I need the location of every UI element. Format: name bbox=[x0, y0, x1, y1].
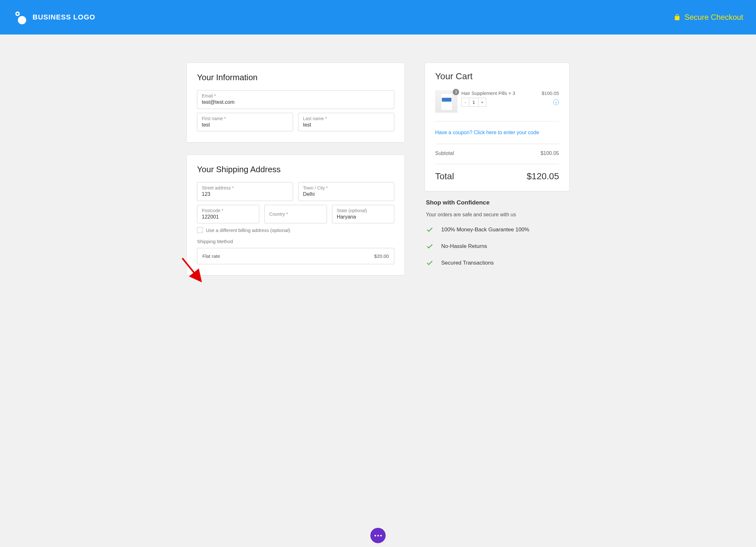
quantity-badge: 3 bbox=[453, 89, 459, 95]
logo-text: BUSINESS LOGO bbox=[33, 13, 95, 21]
shipping-address-heading: Your Shipping Address bbox=[197, 164, 394, 174]
coupon-link[interactable]: Have a coupon? Click here to enter your … bbox=[435, 130, 559, 144]
first-name-value: test bbox=[202, 121, 288, 128]
check-icon bbox=[426, 226, 434, 233]
shipping-method-heading: Shipping Method bbox=[197, 239, 394, 244]
quantity-stepper: - 1 + bbox=[461, 98, 486, 107]
product-name: Hair Supplement Pills × 3 bbox=[461, 90, 538, 96]
confidence-heading: Shop with Confidence bbox=[426, 199, 568, 206]
confidence-subtext: Your orders are safe and secure with us bbox=[426, 212, 568, 217]
email-value: test@test.com bbox=[202, 99, 389, 106]
checkbox-icon bbox=[197, 227, 203, 233]
state-field[interactable]: State (optional) Haryana bbox=[332, 205, 394, 224]
secure-checkout-indicator: Secure Checkout bbox=[674, 13, 743, 22]
lock-icon bbox=[674, 13, 681, 21]
quantity-decrease-button[interactable]: - bbox=[462, 98, 469, 106]
last-name-value: test bbox=[303, 121, 389, 128]
confidence-item-label: Secured Transactions bbox=[441, 260, 494, 266]
flat-rate-label: Flat rate bbox=[202, 253, 220, 259]
main-content: Your Information Email * test@test.com F… bbox=[177, 34, 579, 289]
subtotal-label: Subtotal bbox=[435, 150, 454, 156]
confidence-item-label: 100% Money-Back Guarantee 100% bbox=[441, 226, 529, 233]
city-label: Town / City * bbox=[303, 185, 389, 191]
first-name-label: First name * bbox=[202, 116, 288, 121]
logo[interactable]: BUSINESS LOGO bbox=[12, 11, 95, 23]
postcode-field[interactable]: Postcode * 122001 bbox=[197, 205, 259, 224]
check-icon bbox=[426, 242, 434, 250]
your-information-card: Your Information Email * test@test.com F… bbox=[186, 63, 405, 142]
confidence-item: Secured Transactions bbox=[426, 259, 568, 267]
total-row: Total $120.05 bbox=[435, 171, 559, 181]
subtotal-value: $100.05 bbox=[541, 150, 559, 156]
quantity-increase-button[interactable]: + bbox=[478, 98, 486, 106]
quantity-value: 1 bbox=[469, 98, 478, 106]
confidence-item-label: No-Hassle Returns bbox=[441, 243, 487, 249]
state-value: Haryana bbox=[337, 213, 389, 220]
total-value: $120.05 bbox=[527, 171, 559, 181]
country-label: Country * bbox=[269, 211, 322, 217]
cart-card: Your Cart 3 Hair Supplement Pills × 3 - … bbox=[425, 63, 570, 191]
close-icon: x bbox=[556, 101, 557, 104]
subtotal-row: Subtotal $100.05 bbox=[435, 150, 559, 164]
state-label: State (optional) bbox=[337, 208, 389, 213]
left-column: Your Information Email * test@test.com F… bbox=[186, 63, 405, 276]
cart-heading: Your Cart bbox=[435, 71, 559, 81]
first-name-field[interactable]: First name * test bbox=[197, 113, 293, 132]
cart-item-info: Hair Supplement Pills × 3 - 1 + bbox=[461, 90, 538, 113]
email-label: Email * bbox=[202, 93, 389, 99]
check-icon bbox=[426, 259, 434, 267]
cart-item: 3 Hair Supplement Pills × 3 - 1 + $100.0… bbox=[435, 90, 559, 121]
shop-with-confidence: Shop with Confidence Your orders are saf… bbox=[425, 191, 570, 267]
email-field[interactable]: Email * test@test.com bbox=[197, 90, 394, 109]
product-image: 3 bbox=[435, 90, 457, 113]
confidence-item: No-Hassle Returns bbox=[426, 242, 568, 250]
right-column: Your Cart 3 Hair Supplement Pills × 3 - … bbox=[425, 63, 570, 276]
last-name-field[interactable]: Last name * test bbox=[298, 113, 394, 132]
last-name-label: Last name * bbox=[303, 116, 389, 121]
city-value: Delhi bbox=[303, 191, 389, 198]
different-billing-checkbox-row[interactable]: Use a different billing address (optiona… bbox=[197, 227, 394, 233]
header: BUSINESS LOGO Secure Checkout bbox=[0, 0, 756, 34]
different-billing-label: Use a different billing address (optiona… bbox=[206, 227, 290, 233]
city-field[interactable]: Town / City * Delhi bbox=[298, 182, 394, 201]
logo-icon bbox=[12, 11, 28, 23]
street-address-label: Street address * bbox=[202, 185, 288, 191]
secure-checkout-text: Secure Checkout bbox=[684, 13, 743, 22]
remove-item-button[interactable]: x bbox=[553, 99, 559, 105]
street-address-field[interactable]: Street address * 123 bbox=[197, 182, 293, 201]
shipping-address-card: Your Shipping Address Street address * 1… bbox=[186, 155, 405, 276]
country-field[interactable]: Country * bbox=[264, 205, 327, 224]
total-label: Total bbox=[435, 171, 454, 181]
shipping-method-flat-rate[interactable]: Flat rate $20.00 bbox=[197, 248, 394, 264]
postcode-label: Postcode * bbox=[202, 208, 254, 213]
postcode-value: 122001 bbox=[202, 213, 254, 220]
flat-rate-price: $20.00 bbox=[374, 253, 389, 259]
street-address-value: 123 bbox=[202, 191, 288, 198]
confidence-item: 100% Money-Back Guarantee 100% bbox=[426, 226, 568, 233]
your-information-heading: Your Information bbox=[197, 72, 394, 82]
